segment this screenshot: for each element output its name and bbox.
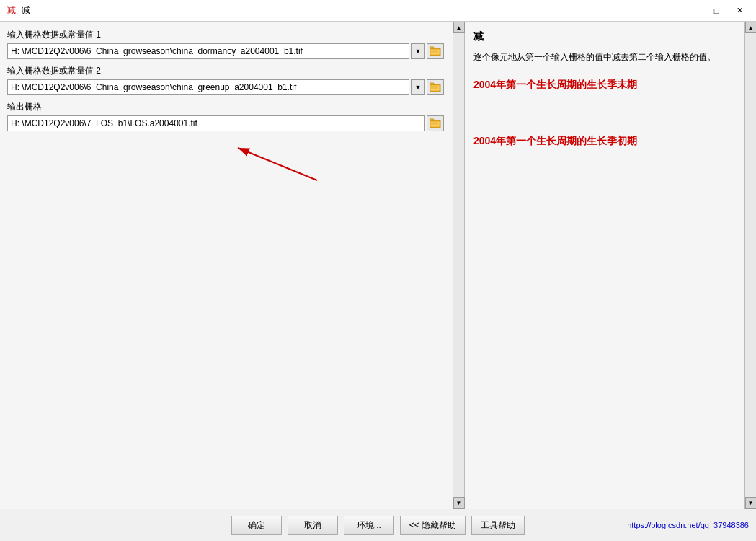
field3-input-row [7,115,444,131]
annotation-text-2: 2004年第一个生长周期的生长季初期 [473,135,733,148]
field1-input[interactable] [7,43,409,59]
field2-section: 输入栅格数据或常量值 2 ▼ [7,65,457,95]
scroll-up-arrow[interactable]: ▲ [453,22,465,33]
left-scrollbar[interactable]: ▲ ▼ [453,22,464,509]
title-bar-controls: — □ ✕ [682,4,750,18]
svg-rect-11 [430,119,434,121]
tool-help-button[interactable]: 工具帮助 [471,516,525,535]
field3-folder-button[interactable] [427,115,444,131]
scroll-down-arrow[interactable]: ▼ [453,497,465,509]
folder-icon [430,46,441,56]
field1-input-row: ▼ [7,43,444,59]
folder-icon-3 [430,118,441,128]
field2-input[interactable] [7,79,409,95]
field1-section: 输入栅格数据或常量值 1 ▼ [7,29,457,59]
annotation-text-1: 2004年第一个生长周期的生长季末期 [473,79,733,92]
svg-rect-1 [430,47,434,49]
annotation-container [7,123,450,509]
field2-label: 输入栅格数据或常量值 2 [7,65,444,77]
field1-folder-button[interactable] [427,43,444,59]
close-button[interactable]: ✕ [729,4,750,18]
main-content: 输入栅格数据或常量值 1 ▼ 输入栅格数据或常量值 2 [0,22,756,509]
environment-button[interactable]: 环境... [344,516,394,535]
right-panel-description: 逐个像元地从第一个输入栅格的值中减去第二个输入栅格的值。 [473,50,733,64]
scroll-track [453,33,464,497]
restore-button[interactable]: □ [706,4,727,18]
right-scroll-down[interactable]: ▼ [745,497,757,509]
bottom-bar: 确定 取消 环境... << 隐藏帮助 工具帮助 https://blog.cs… [0,509,756,541]
blog-link[interactable]: https://blog.csdn.net/qq_37948386 [627,521,749,529]
right-scrollbar[interactable]: ▲ ▼ [744,22,756,509]
field3-input[interactable] [7,115,425,131]
field2-input-row: ▼ [7,79,444,95]
right-panel-title: 减 [473,30,733,43]
minimize-button[interactable]: — [682,4,704,18]
field3-section: 输出栅格 [7,101,457,131]
right-scroll-up[interactable]: ▲ [745,22,757,33]
folder-icon-2 [430,82,441,92]
field2-dropdown-button[interactable]: ▼ [411,79,425,95]
left-panel: 输入栅格数据或常量值 1 ▼ 输入栅格数据或常量值 2 [0,22,465,509]
field2-folder-button[interactable] [427,79,444,95]
svg-rect-6 [430,83,434,85]
svg-line-16 [238,148,317,180]
field1-dropdown-button[interactable]: ▼ [411,43,425,59]
red-arrow-annotation [7,123,454,339]
right-panel-inner: 减 逐个像元地从第一个输入栅格的值中减去第二个输入栅格的值。 2004年第一个生… [473,30,747,148]
cancel-button[interactable]: 取消 [288,516,338,535]
field3-label: 输出栅格 [7,101,444,113]
app-icon: 减 [6,5,17,17]
field1-label: 输入栅格数据或常量值 1 [7,29,444,41]
right-panel: 减 逐个像元地从第一个输入栅格的值中减去第二个输入栅格的值。 2004年第一个生… [465,22,756,509]
hide-help-button[interactable]: << 隐藏帮助 [400,516,466,535]
title-bar-title: 减 [22,4,30,17]
title-bar-left: 减 减 [6,4,30,17]
confirm-button[interactable]: 确定 [231,516,282,535]
title-bar: 减 减 — □ ✕ [0,0,756,22]
right-scroll-track [745,33,756,497]
